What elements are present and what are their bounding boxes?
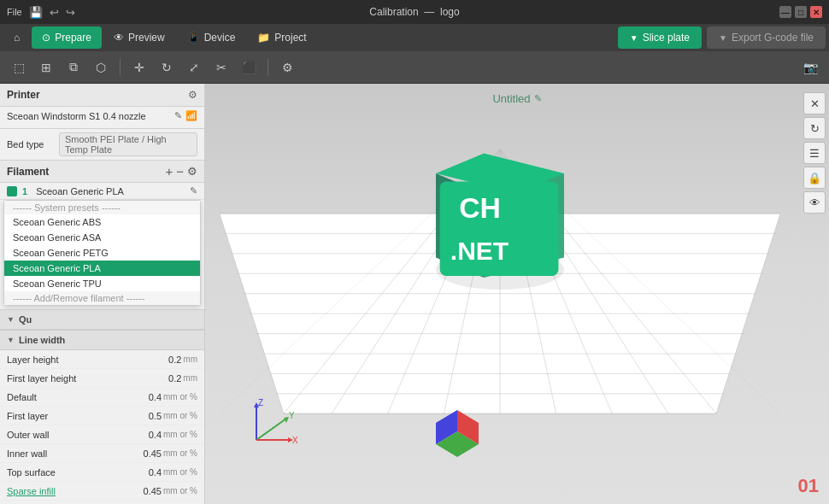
visibility-viewport-button[interactable]: 👁 (803, 191, 826, 214)
linewidth-row-0: Default 0.4 mm or % (0, 388, 204, 407)
viewport: Untitled ✎ (205, 84, 829, 504)
linewidth-row-6: Internal solid infill 0.4 mm or % (0, 501, 204, 504)
quality-section-title[interactable]: ▼ Qu (0, 309, 204, 330)
printer-name: Sceoan Windstorm S1 0.4 nozzle (7, 111, 146, 121)
printer-section-title: Printer (7, 89, 40, 101)
svg-text:.NET: .NET (450, 237, 509, 265)
move-button[interactable]: ✛ (127, 56, 151, 79)
filament-option-abs[interactable]: Sceoan Generic ABS (4, 214, 200, 230)
filament-dropdown: ------ System presets ------ Sceoan Gene… (3, 200, 201, 306)
lw-value-0: 0.4 (136, 392, 162, 402)
tab-device[interactable]: 📱 Device (177, 26, 246, 49)
lw-value-2: 0.4 (136, 430, 162, 440)
linewidth-rows: Default 0.4 mm or %First layer 0.5 mm or… (0, 388, 204, 504)
printer-wifi-icon[interactable]: 📶 (185, 110, 197, 121)
lw-label-0: Default (7, 392, 136, 402)
maximize-button[interactable]: □ (795, 6, 807, 18)
layers-viewport-button[interactable]: ☰ (803, 142, 826, 164)
lw-value-3: 0.45 (136, 448, 162, 459)
slice-dropdown-arrow: ▼ (630, 33, 638, 43)
minimize-button[interactable]: — (779, 6, 791, 18)
tab-project[interactable]: 📁 Project (247, 26, 316, 49)
toolbar-sep-2 (268, 59, 268, 76)
printer-settings-icon[interactable]: ⚙ (188, 89, 197, 101)
svg-text:Z: Z (258, 398, 263, 407)
add-remove-separator: ------ Add/Remove filament ------ (4, 291, 200, 305)
svg-text:Y: Y (289, 411, 295, 420)
add-filament-button[interactable]: + (165, 165, 173, 178)
filament-option-tpu[interactable]: Sceoan Generic TPU (4, 276, 200, 291)
filament-item-1: 1 Sceoan Generic PLA ✎ (0, 183, 204, 200)
filament-settings-icon[interactable]: ⚙ (187, 165, 197, 178)
redo-icon[interactable]: ↪ (66, 6, 75, 19)
filament-option-petg[interactable]: Sceoan Generic PETG (4, 245, 200, 261)
filament-index: 1 (22, 186, 27, 196)
filament-section-title: Filament (7, 166, 162, 178)
lw-unit-4: mm or % (163, 467, 197, 477)
add-object-button[interactable]: ⬚ (7, 56, 31, 79)
filament-option-pla[interactable]: Sceoan Generic PLA (4, 261, 200, 276)
linewidth-label: Line width (19, 335, 65, 345)
tab-preview[interactable]: 👁 Preview (103, 26, 175, 49)
title-bar-left: File 💾 ↩ ↪ (7, 6, 75, 19)
lw-label-5: Sparse infill (7, 486, 136, 496)
svg-text:X: X (292, 436, 298, 445)
nav-bar: ⌂ ⊙ Prepare 👁 Preview 📱 Device 📁 Project… (0, 24, 829, 51)
layer-height-unit: mm (183, 355, 197, 364)
file-menu[interactable]: File (7, 7, 22, 17)
filament-name: Sceoan Generic PLA (36, 186, 185, 196)
toolbar-sep-1 (120, 59, 121, 76)
device-icon: 📱 (187, 32, 200, 44)
project-icon: 📁 (257, 32, 270, 44)
system-presets-separator: ------ System presets ------ (4, 201, 200, 214)
plate-number: 01 (798, 475, 819, 497)
first-layer-height-label: First layer height (7, 373, 156, 384)
printer-section-header: Printer ⚙ (0, 84, 204, 107)
window-title: Calibration — logo (369, 6, 459, 18)
filament-section-header: Filament + − ⚙ (0, 161, 204, 183)
arrange-button[interactable]: ⧉ (62, 56, 85, 79)
linewidth-row-5: Sparse infill 0.45 mm or % (0, 482, 204, 501)
close-viewport-button[interactable]: ✕ (803, 92, 826, 114)
slice-plate-button[interactable]: ▼ Slice plate (618, 26, 702, 49)
filament-color-swatch[interactable] (7, 186, 17, 196)
linewidth-row-4: Top surface 0.4 mm or % (0, 463, 204, 482)
quality-collapse-icon: ▼ (7, 315, 15, 324)
close-button[interactable]: ✕ (810, 6, 822, 18)
refresh-viewport-button[interactable]: ↻ (803, 117, 826, 139)
left-panel: Printer ⚙ Sceoan Windstorm S1 0.4 nozzle… (0, 84, 205, 504)
undo-icon[interactable]: ↩ (50, 6, 59, 19)
save-icon[interactable]: 💾 (29, 6, 43, 19)
filament-edit-icon[interactable]: ✎ (190, 185, 197, 196)
rotate-button[interactable]: ↻ (155, 56, 179, 79)
settings-button[interactable]: ⚙ (275, 56, 299, 79)
home-button[interactable]: ⌂ (3, 26, 30, 49)
bed-type-value: Smooth PEI Plate / High Temp Plate (59, 132, 197, 156)
remove-filament-button[interactable]: − (176, 165, 184, 178)
lw-unit-2: mm or % (163, 430, 197, 439)
camera-button[interactable]: 📷 (798, 56, 822, 79)
orient-button[interactable]: ⬡ (89, 56, 113, 79)
printer-edit-icon[interactable]: ✎ (174, 110, 182, 121)
model-edit-icon[interactable]: ✎ (534, 93, 542, 104)
main-content: Printer ⚙ Sceoan Windstorm S1 0.4 nozzle… (0, 84, 829, 504)
filament-option-asa[interactable]: Sceoan Generic ASA (4, 230, 200, 245)
lock-viewport-button[interactable]: 🔒 (803, 167, 826, 189)
lw-label-3: Inner wall (7, 448, 136, 459)
export-gcode-button[interactable]: ▼ Export G-code file (707, 26, 826, 49)
grid-button[interactable]: ⊞ (34, 56, 58, 79)
linewidth-row-1: First layer 0.5 mm or % (0, 407, 204, 425)
lw-unit-1: mm or % (163, 411, 197, 420)
cut-button[interactable]: ✂ (209, 56, 233, 79)
linewidth-row-3: Inner wall 0.45 mm or % (0, 444, 204, 463)
first-layer-height-unit: mm (183, 373, 197, 383)
bed-type-label: Bed type (7, 139, 54, 149)
svg-text:CH: CH (459, 191, 501, 224)
lw-value-5: 0.45 (136, 486, 162, 496)
cube-widget-svg[interactable] (427, 401, 487, 461)
tab-prepare[interactable]: ⊙ Prepare (32, 26, 102, 49)
lw-unit-5: mm or % (163, 486, 197, 495)
scale-button[interactable]: ⤢ (182, 56, 206, 79)
support-button[interactable]: ⬛ (237, 56, 261, 79)
linewidth-section-title[interactable]: ▼ Line width (0, 330, 204, 350)
